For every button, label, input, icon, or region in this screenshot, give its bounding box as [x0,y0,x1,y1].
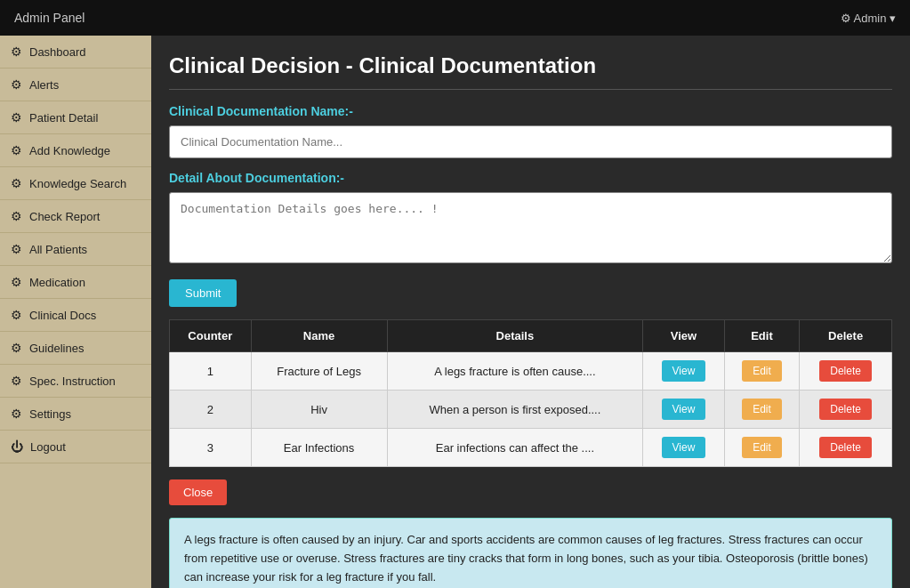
sidebar-item-add-knowledge[interactable]: ⚙Add Knowledge [0,134,151,167]
table-row: 2HivWhen a person is first exposed....Vi… [170,391,892,429]
sidebar-icon-patient-detail: ⚙ [11,110,22,125]
sidebar-icon-dashboard: ⚙ [11,44,22,59]
sidebar-label-clinical-docs: Clinical Docs [29,309,96,322]
counter-1: 2 [170,391,252,429]
sidebar-label-alerts: Alerts [29,78,59,92]
table-header-row: CounterNameDetailsViewEditDelete [170,320,892,352]
sidebar-item-medication[interactable]: ⚙Medication [0,266,151,299]
sidebar-item-dashboard[interactable]: ⚙Dashboard [0,36,151,68]
sidebar-icon-clinical-docs: ⚙ [11,308,22,322]
name-label: Clinical Documentation Name:- [169,104,892,118]
sidebar-item-spec-instruction[interactable]: ⚙Spec. Instruction [0,365,151,398]
edit-btn-1[interactable]: Edit [742,399,782,420]
sidebar-label-add-knowledge: Add Knowledge [29,144,110,157]
sidebar-icon-guidelines: ⚙ [11,341,22,355]
detail-box: A legs fracture is often caused by an in… [169,518,892,588]
view-btn-0[interactable]: View [662,360,706,382]
layout: ⚙Dashboard⚙Alerts⚙Patient Detail⚙Add Kno… [0,36,910,588]
view-cell-1: View [643,391,725,429]
sidebar-label-logout: Logout [30,440,66,454]
sidebar-label-knowledge-search: Knowledge Search [29,177,126,190]
sidebar-icon-medication: ⚙ [11,275,22,289]
detail-textarea[interactable] [169,192,892,263]
edit-cell-0: Edit [724,352,800,391]
edit-btn-2[interactable]: Edit [742,437,782,458]
navbar-brand: Admin Panel [14,11,85,25]
sidebar: ⚙Dashboard⚙Alerts⚙Patient Detail⚙Add Kno… [0,36,151,588]
sidebar-label-dashboard: Dashboard [29,45,86,59]
name-1: Hiv [251,391,387,429]
doc-table: CounterNameDetailsViewEditDelete 1Fractu… [169,319,892,467]
col-view: View [643,320,725,352]
main-content: Clinical Decision - Clinical Documentati… [151,36,910,588]
sidebar-icon-logout: ⏻ [11,439,23,454]
sidebar-label-all-patients: All Patients [29,243,87,256]
sidebar-item-knowledge-search[interactable]: ⚙Knowledge Search [0,167,151,200]
sidebar-item-check-report[interactable]: ⚙Check Report [0,200,151,233]
counter-2: 3 [170,429,252,467]
delete-btn-1[interactable]: Delete [819,399,872,420]
table-header: CounterNameDetailsViewEditDelete [170,320,892,352]
sidebar-item-logout[interactable]: ⏻Logout [0,431,151,463]
sidebar-icon-knowledge-search: ⚙ [11,176,22,190]
edit-btn-0[interactable]: Edit [742,360,782,382]
sidebar-icon-settings: ⚙ [11,407,22,421]
view-btn-2[interactable]: View [662,437,706,458]
sidebar-item-all-patients[interactable]: ⚙All Patients [0,233,151,266]
sidebar-item-guidelines[interactable]: ⚙Guidelines [0,332,151,365]
sidebar-icon-all-patients: ⚙ [11,242,22,256]
col-details: Details [387,320,643,352]
sidebar-label-medication: Medication [29,276,85,289]
sidebar-item-alerts[interactable]: ⚙Alerts [0,68,151,101]
edit-cell-1: Edit [724,391,800,429]
name-0: Fracture of Legs [251,352,387,391]
sidebar-label-spec-instruction: Spec. Instruction [29,375,116,388]
sidebar-icon-check-report: ⚙ [11,209,22,223]
col-edit: Edit [724,320,800,352]
sidebar-item-clinical-docs[interactable]: ⚙Clinical Docs [0,299,151,332]
counter-0: 1 [170,352,252,391]
details-1: When a person is first exposed.... [387,391,643,429]
navbar-user[interactable]: ⚙ Admin ▾ [841,12,896,25]
delete-cell-2: Delete [800,429,892,467]
sidebar-item-patient-detail[interactable]: ⚙Patient Detail [0,101,151,134]
sidebar-icon-add-knowledge: ⚙ [11,143,22,157]
sidebar-label-settings: Settings [29,407,71,421]
delete-cell-1: Delete [800,391,892,429]
close-button[interactable]: Close [169,479,227,505]
col-counter: Counter [170,320,252,352]
navbar: Admin Panel ⚙ Admin ▾ [0,0,910,36]
table-row: 3Ear InfectionsEar infections can affect… [170,429,892,467]
page-title: Clinical Decision - Clinical Documentati… [169,53,892,90]
submit-button[interactable]: Submit [169,279,237,307]
delete-btn-0[interactable]: Delete [819,360,872,382]
sidebar-icon-alerts: ⚙ [11,77,22,92]
col-name: Name [251,320,387,352]
view-cell-0: View [643,352,725,391]
name-2: Ear Infections [251,429,387,467]
view-btn-1[interactable]: View [662,399,706,420]
details-2: Ear infections can affect the .... [387,429,643,467]
sidebar-item-settings[interactable]: ⚙Settings [0,398,151,431]
delete-cell-0: Delete [800,352,892,391]
sidebar-label-patient-detail: Patient Detail [29,111,98,125]
view-cell-2: View [643,429,725,467]
delete-btn-2[interactable]: Delete [819,437,872,458]
table-body: 1Fracture of LegsA legs fracture is ofte… [170,352,892,467]
detail-label: Detail About Documentation:- [169,171,892,185]
table-row: 1Fracture of LegsA legs fracture is ofte… [170,352,892,391]
details-0: A legs fracture is often cause.... [387,352,643,391]
col-delete: Delete [800,320,892,352]
sidebar-label-guidelines: Guidelines [29,342,84,355]
sidebar-icon-spec-instruction: ⚙ [11,374,22,388]
edit-cell-2: Edit [724,429,800,467]
sidebar-label-check-report: Check Report [29,210,100,223]
name-input[interactable] [169,125,892,158]
